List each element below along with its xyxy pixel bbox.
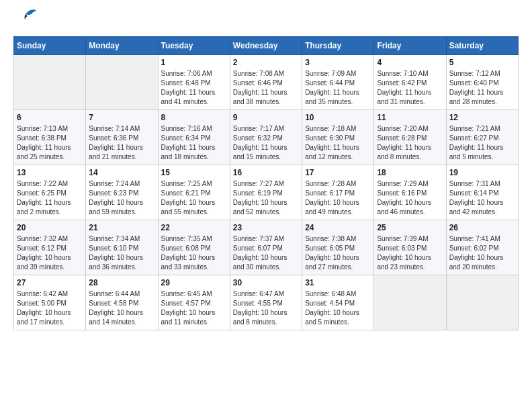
calendar-cell: 10Sunrise: 7:18 AM Sunset: 6:30 PM Dayli… [302,110,374,165]
calendar-cell: 11Sunrise: 7:20 AM Sunset: 6:28 PM Dayli… [374,110,446,165]
day-info: Sunrise: 7:27 AM Sunset: 6:19 PM Dayligh… [233,179,299,217]
day-number: 17 [305,168,371,177]
day-number: 29 [161,278,227,287]
day-info: Sunrise: 7:41 AM Sunset: 6:02 PM Dayligh… [449,234,515,272]
day-number: 3 [305,58,371,67]
day-number: 25 [377,223,443,232]
calendar-cell: 3Sunrise: 7:09 AM Sunset: 6:44 PM Daylig… [302,55,374,110]
weekday-header-tuesday: Tuesday [158,37,230,55]
day-info: Sunrise: 7:29 AM Sunset: 6:16 PM Dayligh… [377,179,443,217]
day-info: Sunrise: 7:16 AM Sunset: 6:34 PM Dayligh… [161,124,227,162]
day-info: Sunrise: 6:48 AM Sunset: 4:54 PM Dayligh… [305,289,371,327]
day-info: Sunrise: 7:17 AM Sunset: 6:32 PM Dayligh… [233,124,299,162]
calendar-cell: 21Sunrise: 7:34 AM Sunset: 6:10 PM Dayli… [86,220,158,275]
day-number: 13 [17,168,83,177]
day-number: 24 [305,223,371,232]
calendar-week-row: 27Sunrise: 6:42 AM Sunset: 5:00 PM Dayli… [14,275,519,330]
weekday-header-row: SundayMondayTuesdayWednesdayThursdayFrid… [14,37,519,55]
day-number: 1 [161,58,227,67]
day-number: 4 [377,58,443,67]
calendar-cell: 30Sunrise: 6:47 AM Sunset: 4:55 PM Dayli… [230,275,302,330]
calendar-cell: 24Sunrise: 7:38 AM Sunset: 6:05 PM Dayli… [302,220,374,275]
logo-bird-icon [17,7,38,30]
day-number: 6 [17,113,83,122]
day-info: Sunrise: 7:10 AM Sunset: 6:42 PM Dayligh… [377,69,443,107]
day-info: Sunrise: 7:34 AM Sunset: 6:10 PM Dayligh… [89,234,154,272]
day-info: Sunrise: 7:22 AM Sunset: 6:25 PM Dayligh… [17,179,83,217]
calendar-body: 1Sunrise: 7:06 AM Sunset: 6:48 PM Daylig… [14,55,519,330]
day-number: 2 [233,58,299,67]
weekday-header-monday: Monday [86,37,158,55]
calendar-table: SundayMondayTuesdayWednesdayThursdayFrid… [13,36,519,330]
calendar-cell [14,55,86,110]
calendar-cell: 23Sunrise: 7:37 AM Sunset: 6:07 PM Dayli… [230,220,302,275]
day-number: 31 [305,278,371,287]
calendar-cell: 7Sunrise: 7:14 AM Sunset: 6:36 PM Daylig… [86,110,158,165]
day-number: 18 [377,168,443,177]
day-number: 23 [233,223,299,232]
calendar-week-row: 20Sunrise: 7:32 AM Sunset: 6:12 PM Dayli… [14,220,519,275]
day-info: Sunrise: 6:47 AM Sunset: 4:55 PM Dayligh… [233,289,299,327]
day-number: 12 [449,113,515,122]
calendar-cell: 18Sunrise: 7:29 AM Sunset: 6:16 PM Dayli… [374,165,446,220]
day-number: 30 [233,278,299,287]
day-number: 7 [89,113,154,122]
day-info: Sunrise: 7:24 AM Sunset: 6:23 PM Dayligh… [89,179,154,217]
day-number: 19 [449,168,515,177]
logo [13,13,38,30]
weekday-header-thursday: Thursday [302,37,374,55]
calendar-cell: 12Sunrise: 7:21 AM Sunset: 6:27 PM Dayli… [446,110,518,165]
day-info: Sunrise: 7:21 AM Sunset: 6:27 PM Dayligh… [449,124,515,162]
day-number: 28 [89,278,154,287]
day-number: 27 [17,278,83,287]
day-info: Sunrise: 7:09 AM Sunset: 6:44 PM Dayligh… [305,69,371,107]
weekday-header-saturday: Saturday [446,37,518,55]
day-number: 16 [233,168,299,177]
calendar-cell: 19Sunrise: 7:31 AM Sunset: 6:14 PM Dayli… [446,165,518,220]
calendar-week-row: 13Sunrise: 7:22 AM Sunset: 6:25 PM Dayli… [14,165,519,220]
day-info: Sunrise: 7:14 AM Sunset: 6:36 PM Dayligh… [89,124,154,162]
day-info: Sunrise: 7:12 AM Sunset: 6:40 PM Dayligh… [449,69,515,107]
day-info: Sunrise: 7:20 AM Sunset: 6:28 PM Dayligh… [377,124,443,162]
day-info: Sunrise: 7:25 AM Sunset: 6:21 PM Dayligh… [161,179,227,217]
day-info: Sunrise: 7:35 AM Sunset: 6:08 PM Dayligh… [161,234,227,272]
day-number: 9 [233,113,299,122]
day-number: 20 [17,223,83,232]
calendar-cell: 15Sunrise: 7:25 AM Sunset: 6:21 PM Dayli… [158,165,230,220]
page-header [13,13,519,30]
weekday-header-wednesday: Wednesday [230,37,302,55]
day-info: Sunrise: 7:13 AM Sunset: 6:38 PM Dayligh… [17,124,83,162]
day-number: 8 [161,113,227,122]
calendar-cell: 28Sunrise: 6:44 AM Sunset: 4:58 PM Dayli… [86,275,158,330]
day-info: Sunrise: 7:31 AM Sunset: 6:14 PM Dayligh… [449,179,515,217]
day-info: Sunrise: 7:32 AM Sunset: 6:12 PM Dayligh… [17,234,83,272]
calendar-cell: 27Sunrise: 6:42 AM Sunset: 5:00 PM Dayli… [14,275,86,330]
calendar-cell: 2Sunrise: 7:08 AM Sunset: 6:46 PM Daylig… [230,55,302,110]
calendar-cell: 25Sunrise: 7:39 AM Sunset: 6:03 PM Dayli… [374,220,446,275]
calendar-cell: 31Sunrise: 6:48 AM Sunset: 4:54 PM Dayli… [302,275,374,330]
day-info: Sunrise: 7:38 AM Sunset: 6:05 PM Dayligh… [305,234,371,272]
calendar-cell: 17Sunrise: 7:28 AM Sunset: 6:17 PM Dayli… [302,165,374,220]
calendar-cell: 6Sunrise: 7:13 AM Sunset: 6:38 PM Daylig… [14,110,86,165]
weekday-header-friday: Friday [374,37,446,55]
calendar-cell: 22Sunrise: 7:35 AM Sunset: 6:08 PM Dayli… [158,220,230,275]
day-info: Sunrise: 6:42 AM Sunset: 5:00 PM Dayligh… [17,289,83,327]
calendar-cell: 14Sunrise: 7:24 AM Sunset: 6:23 PM Dayli… [86,165,158,220]
day-info: Sunrise: 7:08 AM Sunset: 6:46 PM Dayligh… [233,69,299,107]
day-info: Sunrise: 7:39 AM Sunset: 6:03 PM Dayligh… [377,234,443,272]
day-info: Sunrise: 7:18 AM Sunset: 6:30 PM Dayligh… [305,124,371,162]
day-info: Sunrise: 7:37 AM Sunset: 6:07 PM Dayligh… [233,234,299,272]
calendar-cell: 26Sunrise: 7:41 AM Sunset: 6:02 PM Dayli… [446,220,518,275]
calendar-cell: 1Sunrise: 7:06 AM Sunset: 6:48 PM Daylig… [158,55,230,110]
calendar-cell: 4Sunrise: 7:10 AM Sunset: 6:42 PM Daylig… [374,55,446,110]
calendar-cell: 29Sunrise: 6:45 AM Sunset: 4:57 PM Dayli… [158,275,230,330]
calendar-week-row: 1Sunrise: 7:06 AM Sunset: 6:48 PM Daylig… [14,55,519,110]
day-info: Sunrise: 6:44 AM Sunset: 4:58 PM Dayligh… [89,289,154,327]
day-number: 15 [161,168,227,177]
day-number: 21 [89,223,154,232]
day-info: Sunrise: 7:28 AM Sunset: 6:17 PM Dayligh… [305,179,371,217]
calendar-cell [86,55,158,110]
calendar-cell: 20Sunrise: 7:32 AM Sunset: 6:12 PM Dayli… [14,220,86,275]
day-number: 14 [89,168,154,177]
calendar-cell: 5Sunrise: 7:12 AM Sunset: 6:40 PM Daylig… [446,55,518,110]
